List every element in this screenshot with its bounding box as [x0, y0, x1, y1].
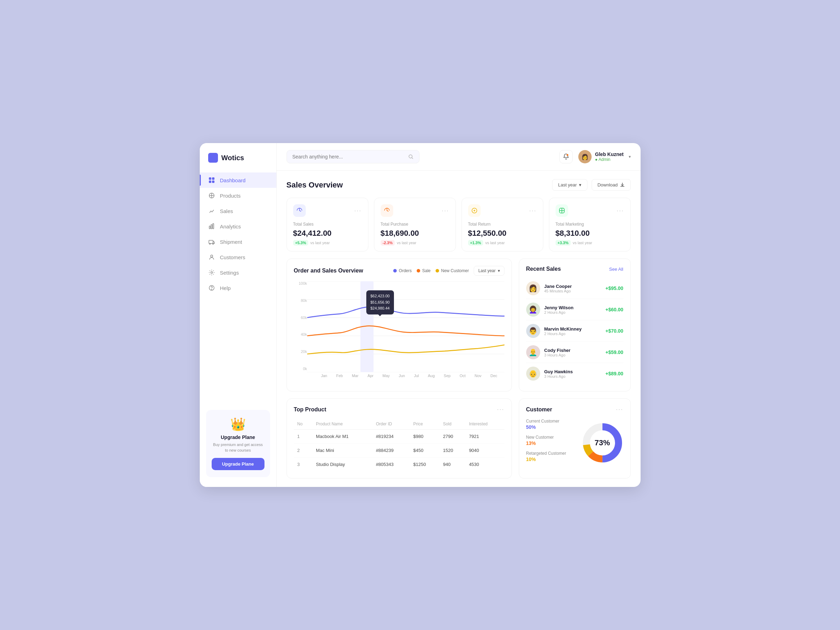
new-customer-dot: [436, 269, 439, 273]
total-purchase-value: $18,690.00: [381, 229, 449, 238]
donut-center-value: 73%: [594, 438, 610, 447]
sidebar-item-products[interactable]: Products: [200, 188, 276, 203]
recent-sales-title: Recent Sales: [526, 266, 561, 272]
col-order-id: Order ID: [372, 419, 410, 429]
see-all-button[interactable]: See All: [609, 267, 623, 272]
main-content: 👩 Gleb Kuznet ● Admin ▾ Sales Overview: [277, 143, 641, 487]
customer-header: Customer ···: [526, 406, 624, 413]
sidebar-nav: Dashboard Products Sales: [200, 172, 276, 295]
legend-new: New Customer 13%: [526, 435, 576, 446]
sidebar-item-sales[interactable]: Sales: [200, 203, 276, 219]
sale-name: Cody Fisher: [545, 348, 602, 353]
sale-info: Jenny Wilson 2 Hours Ago: [545, 305, 602, 314]
total-purchase-vs: vs last year: [397, 241, 416, 245]
table-header: Top Product ···: [294, 406, 504, 413]
svg-rect-0: [209, 177, 211, 180]
upgrade-card: 👑 Upgrade Plane Buy premium and get acce…: [206, 410, 270, 477]
sale-amount: +$60.00: [606, 307, 624, 313]
dashboard-label: Dashboard: [220, 177, 246, 183]
chart-filter-button[interactable]: Last year ▾: [474, 266, 504, 276]
col-interested: Interested: [465, 419, 504, 429]
top-header: 👩 Gleb Kuznet ● Admin ▾: [277, 143, 641, 171]
sale-avatar: 👩: [526, 281, 540, 295]
middle-row: Order and Sales Overview Orders Sale: [287, 259, 631, 392]
sidebar-item-help[interactable]: Help: [200, 280, 276, 295]
chevron-icon: ▾: [579, 182, 581, 188]
svg-rect-7: [213, 224, 214, 229]
sale-time: 3 Hours Ago: [545, 374, 602, 379]
sales-label: Sales: [220, 208, 233, 214]
legend-new-customer: New Customer: [436, 268, 469, 273]
stat-card-menu[interactable]: ···: [529, 207, 536, 215]
svg-point-12: [211, 272, 212, 273]
stat-card-menu[interactable]: ···: [616, 207, 624, 215]
upgrade-button[interactable]: Upgrade Plane: [212, 458, 264, 470]
sidebar-item-customers[interactable]: Customers: [200, 249, 276, 265]
row-interested: 4530: [465, 458, 504, 472]
sales-icon: [208, 207, 215, 215]
legend-current: Current Customer 50%: [526, 419, 576, 430]
stat-card-menu[interactable]: ···: [354, 207, 362, 215]
sale-time: 45 Minutes Ago: [545, 289, 602, 293]
analytics-icon: [208, 223, 215, 230]
stat-card-total-marketing: ··· Total Marketing $8,310.00 +3.3% vs l…: [549, 197, 631, 251]
logo: Wotics: [200, 153, 276, 172]
user-name: Gleb Kuznet: [595, 152, 624, 157]
page-title: Sales Overview: [287, 180, 343, 189]
row-sold: 2790: [439, 429, 465, 444]
total-sales-vs: vs last year: [310, 241, 330, 245]
filter-button[interactable]: Last year ▾: [552, 179, 587, 191]
search-input[interactable]: [292, 154, 405, 159]
svg-point-16: [567, 154, 568, 156]
svg-point-14: [211, 289, 212, 289]
sale-item: 👨‍🦲 Cody Fisher 3 Hours Ago +$59.00: [526, 342, 624, 363]
sale-item: 👨 Marvin McKinney 2 Hours Ago +$70.00: [526, 321, 624, 342]
svg-rect-2: [209, 180, 211, 183]
customer-menu[interactable]: ···: [616, 406, 623, 413]
sale-time: 3 Hours Ago: [545, 353, 602, 357]
upgrade-desc: Buy premium and get access to new course…: [212, 442, 264, 453]
upgrade-section: 👑 Upgrade Plane Buy premium and get acce…: [200, 410, 276, 477]
sidebar-item-analytics[interactable]: Analytics: [200, 219, 276, 234]
sidebar-item-settings[interactable]: Settings: [200, 265, 276, 280]
analytics-label: Analytics: [220, 224, 241, 229]
download-button[interactable]: Download: [592, 179, 631, 191]
header-right: 👩 Gleb Kuznet ● Admin ▾: [559, 150, 631, 163]
notification-button[interactable]: [559, 150, 573, 163]
page-content: Sales Overview Last year ▾ Download: [277, 171, 641, 487]
sale-amount: +$95.00: [606, 286, 624, 291]
svg-point-11: [211, 255, 213, 257]
svg-point-9: [209, 243, 210, 245]
sale-avatar: 👨: [526, 324, 540, 338]
chevron-down-icon: ▾: [629, 154, 631, 159]
sale-item: 👴 Guy Hawkins 3 Hours Ago +$89.00: [526, 363, 624, 384]
sidebar-item-shipment[interactable]: Shipment: [200, 234, 276, 249]
total-marketing-icon: [556, 204, 568, 217]
sale-amount: +$89.00: [606, 371, 624, 376]
logo-icon: [208, 153, 218, 163]
search-box[interactable]: [287, 150, 420, 163]
sidebar-item-dashboard[interactable]: Dashboard: [200, 172, 276, 188]
sale-avatar: 👴: [526, 366, 540, 381]
legend-new-label: New Customer: [526, 435, 576, 440]
table-menu[interactable]: ···: [497, 406, 504, 413]
sale-time: 2 Hours Ago: [545, 332, 602, 336]
user-details: Gleb Kuznet ● Admin: [595, 152, 624, 162]
user-info[interactable]: 👩 Gleb Kuznet ● Admin ▾: [578, 150, 631, 163]
svg-rect-8: [209, 240, 213, 243]
svg-rect-3: [212, 180, 215, 183]
total-sales-icon: [293, 204, 306, 217]
stat-card-total-return: ··· Total Return $12,550.00 +1.3% vs las…: [461, 197, 543, 251]
legend-current-label: Current Customer: [526, 419, 576, 424]
products-label: Products: [220, 193, 241, 199]
total-return-label: Total Return: [468, 222, 537, 227]
row-sold: 1520: [439, 444, 465, 458]
sale-name: Guy Hawkins: [545, 369, 602, 374]
customer-title: Customer: [526, 406, 553, 413]
total-purchase-icon: [381, 204, 393, 217]
sale-info: Marvin McKinney 2 Hours Ago: [545, 326, 602, 336]
legend-retargeted: Retargeted Customer 10%: [526, 451, 576, 462]
crown-icon: 👑: [212, 417, 264, 432]
stat-card-menu[interactable]: ···: [442, 207, 449, 215]
app-container: Wotics Dashboard: [200, 143, 641, 487]
